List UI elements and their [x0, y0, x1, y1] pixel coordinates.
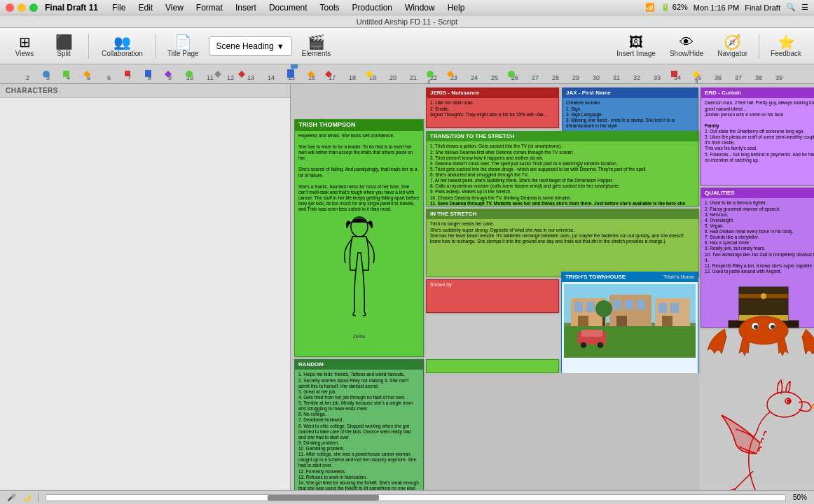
toolbar-center-group: 📄 Title Page Scene Heading ▼ 🎬 Elements	[162, 32, 336, 60]
toolbar-separator-3	[759, 34, 759, 59]
insert-image-button[interactable]: 🖼 Insert Image	[611, 32, 661, 60]
left-panel: CHARACTERS	[0, 84, 291, 504]
navigator-button[interactable]: 🧭 Navigator	[712, 32, 753, 60]
card-jeris-body: 1. Like her dash man. 2. Erratic. Signal…	[427, 98, 558, 119]
search-icon[interactable]: 🔍	[786, 3, 796, 12]
svg-rect-75	[662, 316, 672, 326]
card-qualities-header: QUALITIES	[701, 188, 814, 198]
views-icon: ⊞	[19, 35, 31, 49]
card-trish-header: TRISH THOMPSON	[295, 120, 423, 131]
svg-point-77	[595, 300, 612, 317]
views-button[interactable]: ⊞ Views	[7, 32, 42, 60]
fullscreen-button[interactable]	[29, 4, 38, 12]
menu-production[interactable]: Production	[347, 1, 398, 14]
card-erd-body: Daemon man. 2 feet tall. Pretty guy, alw…	[701, 98, 814, 164]
close-button[interactable]	[6, 4, 14, 12]
svg-rect-80	[581, 330, 602, 337]
moon-icon: 🌙	[22, 493, 31, 501]
svg-text:30: 30	[593, 74, 600, 81]
card-random-body: 1. Helps her kids' friends. Tattoos and …	[295, 370, 423, 504]
collaboration-button[interactable]: 👥 Collaboration	[96, 32, 149, 60]
document-title: Untitled Airship FD 11 - Script	[357, 18, 457, 26]
split-button[interactable]: ⬛ Split	[46, 32, 81, 60]
svg-text:3: 3	[695, 78, 698, 84]
svg-text:13: 13	[247, 74, 254, 81]
feedback-label: Feedback	[771, 50, 801, 57]
card-random[interactable]: RANDOM 1. Helps her kids' friends. Tatto…	[294, 359, 424, 504]
wifi-icon: 📶	[645, 3, 655, 12]
svg-text:28: 28	[552, 74, 559, 81]
card-townhouse[interactable]: TRISH'S TOWNHOUSE Trish's Home	[561, 272, 698, 375]
svg-text:20: 20	[389, 74, 396, 81]
show-hide-icon: 👁	[680, 35, 694, 49]
microphone-icon[interactable]: 🎤	[7, 493, 15, 501]
svg-text:25: 25	[491, 74, 498, 81]
scene-heading-dropdown[interactable]: Scene Heading ▼	[209, 36, 292, 56]
svg-text:12: 12	[227, 74, 234, 81]
card-trish-thompson[interactable]: TRISH THOMPSON Hopeless and afraid. She …	[294, 119, 424, 357]
svg-rect-49	[287, 69, 294, 78]
title-page-icon: 📄	[174, 35, 192, 49]
svg-text:29: 29	[572, 74, 579, 81]
navigator-label: Navigator	[717, 50, 747, 57]
townhouse-photo	[564, 284, 696, 358]
menu-file[interactable]: File	[106, 1, 131, 14]
minimize-button[interactable]	[18, 4, 26, 12]
menu-bar: Final Draft 11 File Edit View Format Ins…	[0, 0, 814, 15]
svg-rect-64	[574, 302, 583, 312]
zoom-level: 50%	[793, 493, 807, 501]
show-hide-label: Show/Hide	[670, 50, 703, 57]
feedback-button[interactable]: ⭐ Feedback	[765, 32, 807, 60]
elements-button[interactable]: 🎬 Elements	[296, 32, 337, 60]
show-hide-button[interactable]: 👁 Show/Hide	[664, 32, 709, 60]
card-red-mid-body: Shown by	[427, 280, 558, 290]
characters-panel-header: CHARACTERS	[0, 84, 290, 98]
title-page-button[interactable]: 📄 Title Page	[162, 32, 205, 60]
menu-document[interactable]: Document	[263, 1, 313, 14]
svg-rect-69	[625, 300, 633, 309]
menu-edit[interactable]: Edit	[132, 1, 158, 14]
menu-format[interactable]: Format	[191, 1, 228, 14]
svg-text:2: 2	[427, 78, 431, 84]
card-in-stretch[interactable]: IN THE STRETCH Trish no longer needs her…	[426, 209, 699, 277]
svg-point-55	[508, 71, 515, 78]
main-area: CHARACTERS TRISH THOMPSON Hopeless and a…	[0, 84, 814, 504]
menu-list-icon[interactable]: ☰	[801, 3, 808, 12]
svg-rect-68	[613, 300, 621, 309]
card-jax-header: JAX - First Name	[563, 88, 698, 98]
svg-text:2: 2	[26, 74, 29, 81]
toolbar-separator-2	[156, 34, 156, 59]
scene-heading-label: Scene Heading	[216, 41, 274, 51]
svg-rect-70	[637, 300, 645, 309]
svg-point-93	[761, 293, 766, 299]
window-title-right: Final Draft	[745, 4, 780, 12]
title-page-label: Title Page	[167, 50, 199, 57]
elements-icon: 🎬	[308, 35, 325, 49]
svg-text:36: 36	[715, 74, 722, 81]
scroll-thumb[interactable]	[268, 495, 378, 500]
svg-marker-47	[214, 71, 221, 78]
menu-insert[interactable]: Insert	[230, 1, 262, 14]
battery-icon: 🔋 62%	[661, 3, 688, 12]
menu-help[interactable]: Help	[442, 1, 471, 14]
card-jeris[interactable]: JERIS - Nuissance 1. Like her dash man. …	[426, 88, 559, 128]
svg-text:32: 32	[633, 74, 640, 81]
svg-rect-73	[658, 303, 667, 313]
card-random-header: RANDOM	[295, 360, 423, 370]
card-erd[interactable]: ERD - Curtain Daemon man. 2 feet tall. P…	[701, 88, 814, 186]
menu-tools[interactable]: Tools	[315, 1, 345, 14]
svg-rect-74	[670, 303, 679, 313]
svg-text:24: 24	[471, 74, 478, 81]
dragon-svg	[701, 373, 814, 504]
canvas[interactable]: TRISH THOMPSON Hopeless and afraid. She …	[291, 84, 814, 504]
svg-text:6: 6	[107, 74, 111, 81]
views-label: Views	[15, 50, 34, 57]
insert-image-label: Insert Image	[616, 50, 656, 57]
card-transition[interactable]: TRANSITION TO THE STRETCH 1. Trish draws…	[426, 131, 699, 206]
menu-view[interactable]: View	[160, 1, 189, 14]
svg-point-40	[43, 71, 50, 78]
card-red-mid[interactable]: Shown by	[426, 279, 559, 313]
svg-text:18: 18	[349, 74, 356, 81]
menu-window[interactable]: Window	[399, 1, 441, 14]
scroll-bar[interactable]	[46, 494, 786, 501]
